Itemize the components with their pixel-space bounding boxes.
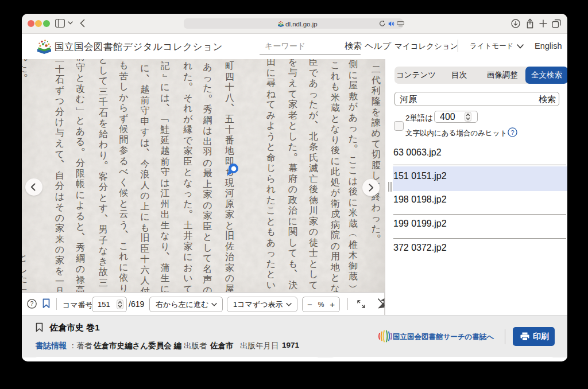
svg-text:?: ? (30, 300, 34, 307)
svg-text:?: ? (510, 129, 514, 136)
